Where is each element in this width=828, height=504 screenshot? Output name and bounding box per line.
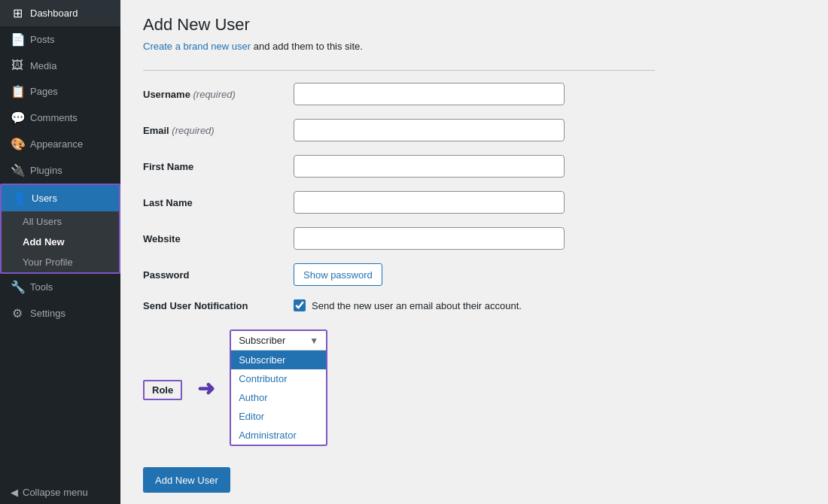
email-input[interactable] [294,119,565,141]
lastname-row: Last Name [143,191,655,214]
form-divider [143,70,655,71]
sidebar-item-tools[interactable]: 🔧 Tools [0,274,120,300]
media-icon: 🖼 [11,59,24,72]
role-selected-label: Subscriber [239,335,285,346]
sidebar-item-label: Appearance [30,138,83,150]
sidebar-item-pages[interactable]: 📋 Pages [0,78,120,105]
role-section: Role ➜ Subscriber ▼ Subscriber Contribut… [143,329,805,446]
dashboard-icon: ⊞ [11,6,24,20]
main-content: Add New User Create a brand new user and… [120,0,828,504]
sidebar-item-label: Media [30,60,56,71]
role-option-administrator[interactable]: Administrator [231,426,326,445]
username-row: Username (required) [143,83,655,105]
sidebar-item-media[interactable]: 🖼 Media [0,53,120,78]
posts-icon: 📄 [11,32,24,47]
sidebar-item-label: Posts [30,34,55,45]
role-option-contributor[interactable]: Contributor [231,369,326,388]
role-option-subscriber[interactable]: Subscriber [231,351,326,369]
role-arrow-icon: ➜ [197,376,215,401]
lastname-input[interactable] [294,191,565,214]
role-label-text: Role [152,384,173,396]
notification-text: Send the new user an email about their a… [312,300,522,311]
show-password-button[interactable]: Show password [294,263,382,286]
subtitle-link[interactable]: Create a brand new user [143,41,251,52]
sidebar-item-comments[interactable]: 💬 Comments [0,105,120,131]
notification-checkbox[interactable] [294,299,306,311]
page-subtitle: Create a brand new user and add them to … [143,41,805,52]
sidebar-sub-add-new[interactable]: Add New [2,232,119,252]
users-icon: 👤 [12,191,26,205]
role-select-bar[interactable]: Subscriber ▼ [231,331,326,351]
collapse-icon: ◀ [11,487,18,498]
sidebar-item-posts[interactable]: 📄 Posts [0,26,120,53]
appearance-icon: 🎨 [11,137,24,151]
sidebar-item-label: Plugins [30,165,62,176]
password-row: Password Show password [143,263,655,286]
settings-icon: ⚙ [11,306,24,320]
role-option-author[interactable]: Author [231,388,326,407]
sidebar-item-label: Tools [30,281,53,293]
sidebar-item-label: Pages [30,86,58,97]
collapse-label: Collapse menu [23,487,88,498]
sidebar: ⊞ Dashboard 📄 Posts 🖼 Media 📋 Pages 💬 Co… [0,0,120,504]
plugins-icon: 🔌 [11,163,24,178]
collapse-menu-button[interactable]: ◀ Collapse menu [0,481,120,504]
email-row: Email (required) [143,119,655,141]
page-title: Add New User [143,15,805,35]
add-new-user-button[interactable]: Add New User [143,467,230,493]
sidebar-item-label: Users [32,193,57,204]
tools-icon: 🔧 [11,280,24,294]
pages-icon: 📋 [11,84,24,99]
sidebar-sub-your-profile[interactable]: Your Profile [2,252,119,272]
sidebar-item-plugins[interactable]: 🔌 Plugins [0,157,120,184]
subtitle-rest: and add them to this site. [251,41,363,52]
role-dropdown[interactable]: Subscriber ▼ Subscriber Contributor Auth… [230,329,327,446]
email-label: Email (required) [143,125,294,136]
role-option-editor[interactable]: Editor [231,407,326,426]
sidebar-item-dashboard[interactable]: ⊞ Dashboard [0,0,120,26]
notification-row: Send User Notification Send the new user… [143,299,655,311]
sidebar-item-users[interactable]: 👤 Users [2,185,119,211]
sidebar-item-settings[interactable]: ⚙ Settings [0,300,120,326]
role-label-box: Role [143,380,182,400]
comments-icon: 💬 [11,111,24,125]
firstname-input[interactable] [294,155,565,178]
website-row: Website [143,227,655,250]
sidebar-sub-all-users[interactable]: All Users [2,211,119,232]
chevron-down-icon: ▼ [309,335,318,346]
website-input[interactable] [294,227,565,250]
lastname-label: Last Name [143,197,294,208]
website-label: Website [143,233,294,244]
username-input[interactable] [294,83,565,105]
username-label: Username (required) [143,89,294,100]
sidebar-item-label: Dashboard [30,8,78,19]
sidebar-item-label: Comments [30,112,78,123]
password-label: Password [143,269,294,281]
notification-label: Send User Notification [143,300,294,311]
sidebar-item-label: Settings [30,308,65,319]
firstname-row: First Name [143,155,655,178]
firstname-label: First Name [143,161,294,172]
sidebar-item-appearance[interactable]: 🎨 Appearance [0,131,120,157]
notification-content: Send the new user an email about their a… [294,299,522,311]
